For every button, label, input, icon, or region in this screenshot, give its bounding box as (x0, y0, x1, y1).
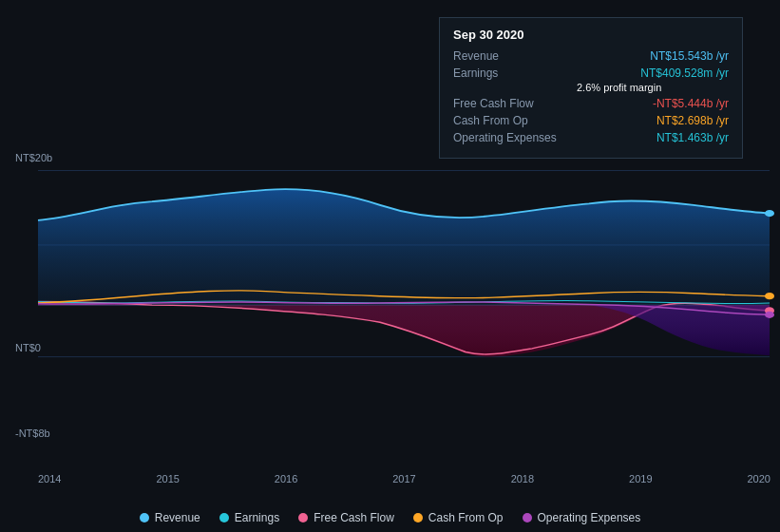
x-label-2019: 2019 (629, 473, 652, 484)
profit-margin: 2.6% profit margin (453, 82, 729, 93)
legend-dot-earnings (219, 513, 229, 522)
x-label-2014: 2014 (38, 473, 61, 484)
x-axis: 2014 2015 2016 2017 2018 2019 2020 (38, 473, 770, 484)
earnings-label: Earnings (453, 66, 577, 80)
legend-cashfromop: Cash From Op (413, 511, 504, 524)
info-tooltip: Sep 30 2020 Revenue NT$15.543b /yr Earni… (439, 17, 743, 159)
legend-revenue: Revenue (140, 511, 200, 524)
chart-svg (0, 157, 780, 446)
revenue-row: Revenue NT$15.543b /yr (453, 49, 729, 63)
x-label-2020: 2020 (747, 473, 770, 484)
legend-label-cashfromop: Cash From Op (428, 511, 504, 524)
legend-dot-revenue (140, 513, 149, 522)
legend-fcf: Free Cash Flow (298, 511, 394, 524)
earnings-value: NT$409.528m /yr (640, 66, 729, 80)
cashfromop-label: Cash From Op (453, 114, 577, 127)
legend-dot-opex (523, 513, 532, 522)
revenue-value: NT$15.543b /yr (650, 49, 729, 63)
revenue-dot (765, 210, 774, 217)
legend-dot-fcf (298, 513, 308, 522)
cashfromop-dot (765, 293, 774, 299)
fcf-value: -NT$5.444b /yr (653, 97, 729, 110)
fcf-label: Free Cash Flow (453, 97, 577, 110)
legend-opex: Operating Expenses (523, 511, 641, 524)
opex-dot (765, 312, 774, 318)
x-label-2015: 2015 (156, 473, 179, 484)
cashfromop-row: Cash From Op NT$2.698b /yr (453, 114, 729, 127)
opex-label: Operating Expenses (453, 131, 577, 144)
chart-legend: Revenue Earnings Free Cash Flow Cash Fro… (0, 511, 780, 524)
earnings-row: Earnings NT$409.528m /yr (453, 66, 729, 80)
legend-label-revenue: Revenue (155, 511, 200, 524)
opex-row: Operating Expenses NT$1.463b /yr (453, 131, 729, 144)
legend-dot-cashfromop (413, 513, 423, 522)
tooltip-title: Sep 30 2020 (453, 28, 729, 42)
x-label-2016: 2016 (275, 473, 297, 484)
legend-label-earnings: Earnings (235, 511, 279, 524)
revenue-area (38, 189, 770, 305)
cashfromop-value: NT$2.698b /yr (656, 114, 729, 127)
opex-value: NT$1.463b /yr (656, 131, 729, 144)
x-label-2017: 2017 (392, 473, 415, 484)
revenue-label: Revenue (453, 49, 577, 63)
legend-earnings: Earnings (219, 511, 279, 524)
x-label-2018: 2018 (511, 473, 534, 484)
legend-label-fcf: Free Cash Flow (314, 511, 394, 524)
fcf-row: Free Cash Flow -NT$5.444b /yr (453, 97, 729, 110)
legend-label-opex: Operating Expenses (538, 511, 641, 524)
